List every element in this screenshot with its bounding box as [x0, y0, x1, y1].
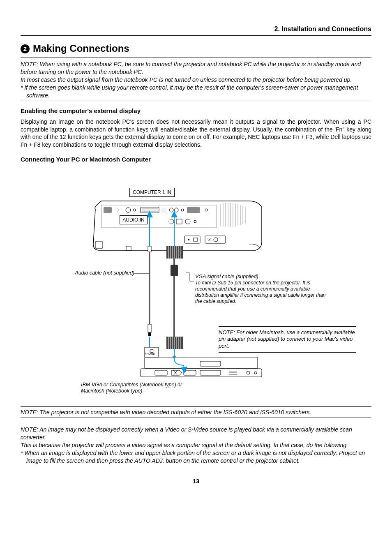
svg-rect-30: [95, 241, 103, 249]
audio-cable-label: Audio cable (not supplied): [48, 270, 134, 277]
svg-rect-1: [104, 207, 112, 213]
svg-point-9: [163, 209, 165, 211]
svg-point-3: [126, 208, 131, 212]
svg-rect-16: [176, 219, 182, 224]
subheading-enabling-display: Enabling the computer's external display: [21, 107, 371, 115]
svg-point-15: [169, 219, 174, 224]
note3-p1: NOTE: An image may not be displayed corr…: [21, 426, 371, 441]
svg-point-36: [214, 238, 218, 242]
sub1-body: Displaying an image on the notebook PC's…: [21, 118, 371, 149]
svg-rect-63: [155, 370, 167, 375]
vga-cable-title: VGA signal cable (supplied): [195, 274, 327, 280]
laptop-caption: IBM VGA or Compatibles (Notebook type) o…: [81, 382, 184, 395]
note-switchers: NOTE: The projector is not compatible wi…: [21, 406, 371, 418]
svg-point-14: [205, 209, 208, 211]
phone-label: PHONE: [145, 352, 155, 356]
svg-point-2: [116, 209, 118, 211]
svg-point-12: [181, 209, 184, 211]
svg-rect-31: [126, 246, 131, 250]
svg-point-10: [169, 208, 173, 212]
page-number: 13: [21, 477, 371, 485]
note-block-1: NOTE: When using with a notebook PC, be …: [21, 60, 371, 101]
note3-p2: This is because the projector will proce…: [21, 441, 371, 449]
note1-p1: NOTE: When using with a notebook PC, be …: [21, 60, 371, 76]
note3-p3: * When an image is displayed with the lo…: [21, 449, 371, 465]
chapter-header: 2. Installation and Connections: [21, 25, 371, 36]
svg-rect-40: [148, 246, 151, 252]
note-scan-converter: NOTE: An image may not be displayed corr…: [21, 424, 371, 464]
svg-point-70: [247, 371, 250, 374]
subheading-connecting-pc: Connecting Your PC or Macintosh Computer: [21, 155, 371, 164]
svg-rect-42: [148, 332, 151, 336]
svg-point-18: [194, 220, 196, 223]
section-heading: 2Making Connections: [21, 42, 371, 58]
svg-rect-64: [184, 370, 196, 375]
svg-rect-35: [205, 236, 226, 243]
section-title: Making Connections: [33, 43, 129, 54]
svg-rect-34: [194, 238, 198, 241]
note1-p2: In most cases the output signal from the…: [21, 76, 371, 84]
svg-point-11: [174, 208, 178, 212]
svg-point-4: [133, 209, 136, 211]
svg-rect-61: [141, 369, 262, 377]
mac-note-box: NOTE: For older Macintosh, use a commerc…: [219, 326, 356, 353]
label-computer-1-in: COMPUTER 1 IN: [129, 188, 175, 197]
svg-rect-65: [200, 370, 221, 375]
label-audio-in: AUDIO IN: [120, 215, 148, 224]
svg-rect-41: [148, 324, 151, 332]
svg-point-33: [188, 239, 189, 240]
svg-point-17: [185, 219, 190, 224]
svg-rect-62: [145, 357, 258, 369]
svg-rect-60: [171, 265, 178, 276]
svg-rect-66: [200, 361, 221, 366]
svg-point-71: [254, 372, 257, 374]
connection-diagram: COMPUTER 1 IN AUDIO IN Audio cable (not …: [48, 185, 344, 402]
section-number-icon: 2: [21, 44, 30, 53]
note1-p3: * If the screen goes blank while using y…: [21, 84, 371, 99]
vga-cable-desc: To mini D-Sub 15-pin connector on the pr…: [195, 280, 327, 305]
svg-rect-13: [187, 207, 200, 213]
